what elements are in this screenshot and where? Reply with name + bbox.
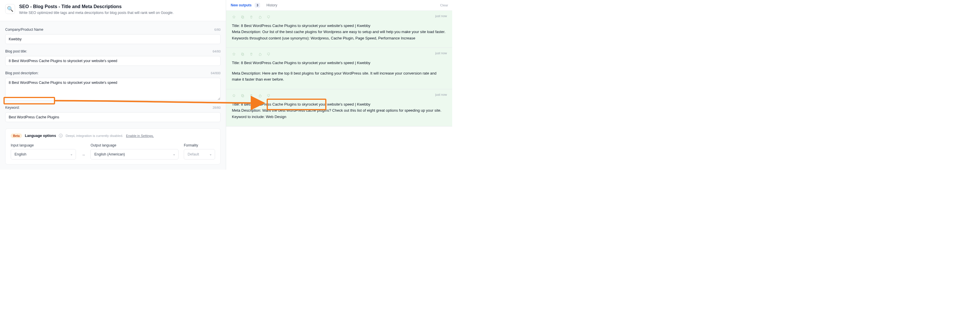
count-blog-title: 64/80 <box>212 49 221 53</box>
output-body: Title: 8 Best WordPress Cache Plugins to… <box>232 60 446 82</box>
copy-icon[interactable] <box>240 94 245 98</box>
trash-icon[interactable] <box>249 15 253 19</box>
label-blog-desc: Blog post description: <box>5 71 38 75</box>
label-formality: Formality <box>184 143 215 147</box>
svg-rect-1 <box>242 16 243 18</box>
language-hint: DeepL integration is currently disabled. <box>65 134 123 137</box>
company-input[interactable] <box>5 34 221 44</box>
arrow-right-icon: → <box>81 153 85 159</box>
blog-desc-input[interactable] <box>5 78 221 100</box>
output-body: Title: 8 Best WordPress Cache Plugins to… <box>232 101 446 120</box>
output-card[interactable]: just now Title: 8 Best WordPress Cache P… <box>226 11 452 48</box>
input-language-select[interactable]: English ⌄ <box>11 149 76 159</box>
tool-header: 🔍 SEO - Blog Posts - Title and Meta Desc… <box>0 0 226 21</box>
output-title: Title: 8 Best WordPress Cache Plugins to… <box>232 60 446 66</box>
label-blog-title: Blog post title: <box>5 49 27 53</box>
language-options-title: Language options <box>25 134 56 138</box>
language-options-card: Beta Language options i DeepL integratio… <box>5 129 221 164</box>
chevron-down-icon: ⌄ <box>173 152 175 156</box>
page-title: SEO - Blog Posts - Title and Meta Descri… <box>19 4 173 9</box>
beta-badge: Beta <box>11 134 22 138</box>
output-language-select[interactable]: English (American) ⌄ <box>91 149 178 159</box>
tab-history[interactable]: History <box>266 2 278 8</box>
formality-value: Default <box>188 152 199 156</box>
svg-rect-5 <box>242 94 243 96</box>
card-action-row <box>232 94 446 98</box>
output-timestamp: just now <box>435 51 447 55</box>
trash-icon[interactable] <box>249 52 253 56</box>
enable-settings-link[interactable]: Enable in Settings. <box>126 134 154 137</box>
count-company: 6/80 <box>215 28 221 31</box>
info-icon[interactable]: i <box>59 134 63 137</box>
copy-icon[interactable] <box>240 52 245 56</box>
thumbs-up-icon[interactable] <box>258 15 262 19</box>
output-timestamp: just now <box>435 93 447 96</box>
svg-rect-3 <box>242 53 243 55</box>
output-meta: Meta Description: Want the best WordPres… <box>232 107 446 113</box>
star-icon[interactable] <box>232 15 236 19</box>
output-meta: Meta Description: Our list of the best c… <box>232 29 446 35</box>
output-language-value: English (American) <box>94 152 125 156</box>
clear-button[interactable]: Clear <box>440 3 448 7</box>
output-extra: Keyword to include: Web Design <box>232 114 446 120</box>
count-blog-desc: 64/800 <box>211 72 221 75</box>
outputs-panel: New outputs 3 History Clear just now Tit… <box>226 0 452 170</box>
svg-rect-2 <box>242 54 244 56</box>
card-action-row <box>232 52 446 56</box>
svg-rect-4 <box>242 95 244 97</box>
output-body: Title: 8 Best WordPress Cache Plugins to… <box>232 22 446 41</box>
output-title: Title: 8 Best WordPress Cache Plugins to… <box>232 22 446 29</box>
label-company: Company/Product Name <box>5 27 43 32</box>
tool-icon: 🔍 <box>5 4 15 14</box>
chevron-down-icon: ⌄ <box>70 152 73 156</box>
label-keyword: Keyword: <box>5 105 20 110</box>
tab-new-outputs[interactable]: New outputs 3 <box>230 2 261 9</box>
thumbs-up-icon[interactable] <box>258 52 262 56</box>
label-input-language: Input language <box>11 143 76 147</box>
star-icon[interactable] <box>232 52 236 56</box>
formality-select[interactable]: Default ⌄ <box>184 149 215 159</box>
thumbs-down-icon[interactable] <box>267 94 271 98</box>
thumbs-up-icon[interactable] <box>258 94 262 98</box>
thumbs-down-icon[interactable] <box>267 52 271 56</box>
output-card[interactable]: just now Title: 8 Best WordPress Cache P… <box>226 48 452 89</box>
input-language-value: English <box>14 152 26 156</box>
trash-icon[interactable] <box>249 94 253 98</box>
page-subtitle: Write SEO optimized title tags and meta … <box>19 10 173 16</box>
form-panel: 🔍 SEO - Blog Posts - Title and Meta Desc… <box>0 0 226 170</box>
output-extra: Keywords throughout content (use synonym… <box>232 35 446 41</box>
magnifier-icon: 🔍 <box>7 6 13 12</box>
output-card[interactable]: just now Title: 8 Best WordPress Cache P… <box>226 89 452 126</box>
copy-icon[interactable] <box>240 15 245 19</box>
chevron-down-icon: ⌄ <box>209 152 212 156</box>
star-icon[interactable] <box>232 94 236 98</box>
output-meta: Meta Description: Here are the top 8 bes… <box>232 70 446 83</box>
tab-new-outputs-label: New outputs <box>231 3 251 7</box>
blog-title-input[interactable] <box>5 56 221 66</box>
tab-new-outputs-count: 3 <box>255 3 260 8</box>
card-action-row <box>232 15 446 19</box>
output-timestamp: just now <box>435 14 447 18</box>
thumbs-down-icon[interactable] <box>267 15 271 19</box>
output-title: Title: 8 Best WordPress Cache Plugins to… <box>232 101 446 107</box>
keyword-input[interactable] <box>5 112 221 122</box>
count-keyword: 28/80 <box>212 106 221 109</box>
label-output-language: Output language <box>91 143 178 147</box>
svg-rect-0 <box>242 16 244 19</box>
